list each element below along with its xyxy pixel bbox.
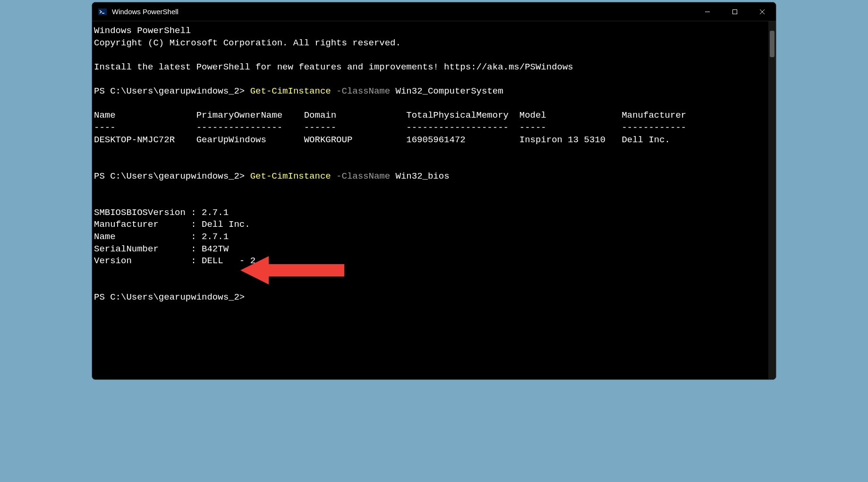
close-button[interactable]: [749, 2, 776, 21]
terminal-output[interactable]: Windows PowerShell Copyright (C) Microso…: [92, 21, 768, 379]
cmdlet-2: Get-CimInstance: [250, 171, 331, 181]
install-message: Install the latest PowerShell for new fe…: [94, 62, 573, 72]
terminal-area: Windows PowerShell Copyright (C) Microso…: [92, 21, 776, 379]
prompt-2: PS C:\Users\gearupwindows_2>: [94, 171, 245, 181]
maximize-button[interactable]: [721, 2, 749, 21]
bios-smbios: SMBIOSBIOSVersion : 2.7.1: [94, 207, 229, 218]
cmdlet-1: Get-CimInstance: [250, 86, 331, 96]
table-divider: ---- ---------------- ------ -----------…: [94, 122, 686, 133]
powershell-window: Windows PowerShell Windows PowerShell Co…: [92, 2, 776, 380]
bios-version: Version : DELL - 2: [94, 256, 255, 266]
window-title: Windows PowerShell: [112, 8, 694, 16]
window-controls: [694, 2, 776, 21]
close-icon: [759, 9, 765, 15]
svg-marker-2: [240, 256, 344, 284]
svg-rect-1: [733, 9, 737, 14]
bios-manufacturer: Manufacturer : Dell Inc.: [94, 219, 250, 230]
powershell-icon: [98, 7, 107, 17]
red-arrow-annotation: [240, 254, 349, 287]
scrollbar-thumb[interactable]: [770, 31, 774, 57]
prompt-1: PS C:\Users\gearupwindows_2>: [94, 86, 245, 96]
table-header: Name PrimaryOwnerName Domain TotalPhysic…: [94, 110, 686, 120]
bios-name: Name : 2.7.1: [94, 232, 229, 242]
value-2: Win32_bios: [396, 171, 450, 181]
titlebar[interactable]: Windows PowerShell: [92, 2, 776, 21]
svg-rect-0: [98, 9, 107, 15]
maximize-icon: [732, 9, 738, 15]
value-1: Win32_ComputerSystem: [396, 86, 503, 96]
param-2: -ClassName: [336, 171, 390, 181]
minimize-button[interactable]: [694, 2, 721, 21]
param-1: -ClassName: [336, 86, 390, 96]
header-line-1: Windows PowerShell: [94, 26, 191, 36]
table-row: DESKTOP-NMJC72R GearUpWindows WORKGROUP …: [94, 135, 670, 145]
minimize-icon: [705, 9, 710, 15]
vertical-scrollbar[interactable]: [768, 21, 776, 379]
bios-serialnumber: SerialNumber : B42TW: [94, 244, 229, 254]
header-line-2: Copyright (C) Microsoft Corporation. All…: [94, 38, 401, 48]
prompt-3: PS C:\Users\gearupwindows_2>: [94, 292, 245, 302]
